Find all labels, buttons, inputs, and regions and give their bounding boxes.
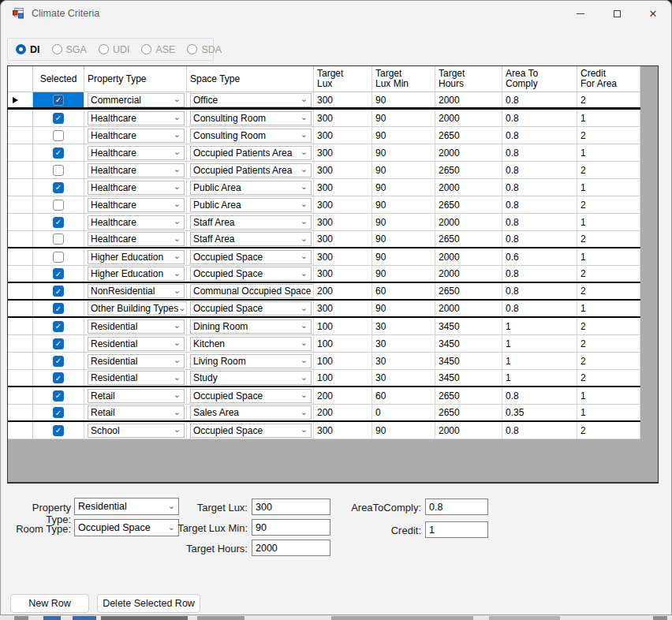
target-lux-input[interactable]: 300 xyxy=(252,499,330,515)
credit_for_area-cell[interactable]: 2 xyxy=(577,266,640,282)
selected-cell[interactable] xyxy=(33,162,84,178)
target_lux-cell[interactable]: 300 xyxy=(314,214,372,230)
row-header[interactable] xyxy=(8,353,33,369)
selected-cell[interactable]: ✓ xyxy=(33,353,84,369)
area_to_comply-cell[interactable]: 0.8 xyxy=(502,92,577,107)
space_type-combo-cell[interactable]: Living Room⌄ xyxy=(187,353,314,369)
area_to_comply-cell[interactable]: 0.8 xyxy=(502,127,577,144)
credit_for_area-cell[interactable]: 2 xyxy=(577,283,640,299)
checkbox-checked-icon[interactable]: ✓ xyxy=(53,217,64,228)
target_lux-cell[interactable]: 300 xyxy=(314,248,372,265)
property_type-combo-cell[interactable]: Higher Education⌄ xyxy=(84,248,187,265)
area-to-comply-input[interactable]: 0.8 xyxy=(425,499,488,515)
target_lux_min-cell[interactable]: 90 xyxy=(372,144,435,161)
property_type-combo-cell[interactable]: Healthcare⌄ xyxy=(84,196,187,213)
target_lux-cell[interactable]: 300 xyxy=(314,231,372,247)
area_to_comply-cell[interactable]: 0.8 xyxy=(502,387,577,404)
target_lux_min-cell[interactable]: 0 xyxy=(372,405,435,420)
minimize-button[interactable] xyxy=(562,1,599,26)
target_hours-cell[interactable]: 2650 xyxy=(435,283,502,299)
checkbox-checked-icon[interactable]: ✓ xyxy=(53,113,64,124)
area_to_comply-cell[interactable]: 0.8 xyxy=(502,162,577,178)
checkbox-checked-icon[interactable]: ✓ xyxy=(53,425,64,436)
property_type-combo-cell[interactable]: Higher Education⌄ xyxy=(84,266,187,282)
checkbox-checked-icon[interactable]: ✓ xyxy=(53,303,64,314)
credit_for_area-cell[interactable]: 2 xyxy=(577,196,640,213)
space_type-combo-cell[interactable]: Public Area⌄ xyxy=(187,196,314,213)
area_to_comply-cell[interactable]: 0.8 xyxy=(502,266,577,282)
credit_for_area-cell[interactable]: 1 xyxy=(577,144,640,161)
row-header[interactable] xyxy=(8,405,33,420)
column-header-target_lux_min[interactable]: Target Lux Min xyxy=(372,66,435,92)
target_lux_min-cell[interactable]: 90 xyxy=(372,214,435,230)
property_type-combo-cell[interactable]: Retail⌄ xyxy=(84,387,187,404)
credit_for_area-cell[interactable]: 1 xyxy=(577,214,640,230)
area_to_comply-cell[interactable]: 0.8 xyxy=(502,110,577,126)
delete-selected-row-button[interactable]: Delete Selected Row xyxy=(97,594,200,613)
target_hours-cell[interactable]: 3450 xyxy=(435,318,502,334)
radio-di[interactable]: DI xyxy=(16,44,40,55)
space_type-combo-cell[interactable]: Occupied Space⌄ xyxy=(187,301,314,316)
property_type-combo-cell[interactable]: Residential⌄ xyxy=(84,335,187,352)
space_type-combo-cell[interactable]: Staff Area⌄ xyxy=(187,231,314,247)
space_type-combo-cell[interactable]: Occupied Space⌄ xyxy=(187,266,314,282)
checkbox-checked-icon[interactable]: ✓ xyxy=(53,321,64,332)
credit_for_area-cell[interactable]: 1 xyxy=(577,405,640,420)
target_lux_min-cell[interactable]: 30 xyxy=(372,318,435,334)
checkbox-checked-icon[interactable]: ✓ xyxy=(53,372,64,383)
selected-cell[interactable]: ✓ xyxy=(33,318,84,334)
area_to_comply-cell[interactable]: 0.8 xyxy=(502,214,577,230)
property_type-combo-cell[interactable]: Healthcare⌄ xyxy=(84,231,187,247)
new-row-button[interactable]: New Row xyxy=(10,594,89,613)
target_lux-cell[interactable]: 100 xyxy=(314,353,372,369)
target_lux-cell[interactable]: 300 xyxy=(314,179,372,196)
column-header-property_type[interactable]: Property Type xyxy=(84,66,187,92)
property_type-combo-cell[interactable]: NonResidential⌄ xyxy=(84,283,187,299)
space_type-combo-cell[interactable]: Staff Area⌄ xyxy=(187,214,314,230)
row-header[interactable] xyxy=(8,92,33,107)
row-header[interactable] xyxy=(8,335,33,352)
target_hours-cell[interactable]: 2650 xyxy=(435,196,502,213)
target_hours-cell[interactable]: 2000 xyxy=(435,214,502,230)
target_hours-cell[interactable]: 2000 xyxy=(435,422,502,439)
credit_for_area-cell[interactable]: 2 xyxy=(577,335,640,352)
target_hours-cell[interactable]: 2650 xyxy=(435,405,502,420)
space_type-combo-cell[interactable]: Occupied Patients Area⌄ xyxy=(187,144,314,161)
selected-cell[interactable]: ✓ xyxy=(33,110,84,126)
target_lux_min-cell[interactable]: 90 xyxy=(372,301,435,316)
target_hours-cell[interactable]: 2000 xyxy=(435,92,502,107)
target_lux_min-cell[interactable]: 60 xyxy=(372,283,435,299)
room-type-combobox[interactable]: Occupied Space ⌄ xyxy=(74,519,179,536)
checkbox-unchecked-icon[interactable] xyxy=(53,252,64,263)
property-type-combobox[interactable]: Residential ⌄ xyxy=(74,498,179,515)
target_lux_min-cell[interactable]: 30 xyxy=(372,353,435,369)
selected-cell[interactable]: ✓ xyxy=(33,335,84,352)
checkbox-checked-icon[interactable]: ✓ xyxy=(53,148,64,159)
credit_for_area-cell[interactable]: 2 xyxy=(577,318,640,334)
target_hours-cell[interactable]: 2000 xyxy=(435,144,502,161)
area_to_comply-cell[interactable]: 0.8 xyxy=(502,231,577,247)
row-header[interactable] xyxy=(8,127,33,144)
area_to_comply-cell[interactable]: 0.8 xyxy=(502,283,577,299)
maximize-button[interactable] xyxy=(599,1,635,26)
selected-cell[interactable] xyxy=(33,231,84,247)
area_to_comply-cell[interactable]: 0.8 xyxy=(502,144,577,161)
target-hours-input[interactable]: 2000 xyxy=(252,540,330,556)
credit_for_area-cell[interactable]: 1 xyxy=(577,110,640,126)
property_type-combo-cell[interactable]: Commercial⌄ xyxy=(84,92,187,107)
target_lux-cell[interactable]: 100 xyxy=(314,318,372,334)
checkbox-checked-icon[interactable]: ✓ xyxy=(53,182,64,193)
column-header-credit_for_area[interactable]: Credit For Area xyxy=(577,66,640,92)
target_lux_min-cell[interactable]: 90 xyxy=(372,179,435,196)
checkbox-checked-icon[interactable]: ✓ xyxy=(53,95,64,106)
target_hours-cell[interactable]: 2650 xyxy=(435,231,502,247)
target_lux-cell[interactable]: 300 xyxy=(314,110,372,126)
target_hours-cell[interactable]: 2000 xyxy=(435,179,502,196)
property_type-combo-cell[interactable]: School⌄ xyxy=(84,422,187,439)
space_type-combo-cell[interactable]: Office⌄ xyxy=(187,92,314,107)
target_lux_min-cell[interactable]: 30 xyxy=(372,335,435,352)
row-header[interactable] xyxy=(8,266,33,282)
target_lux-cell[interactable]: 300 xyxy=(314,266,372,282)
target_lux-cell[interactable]: 300 xyxy=(314,92,372,107)
area_to_comply-cell[interactable]: 0.6 xyxy=(502,248,577,265)
